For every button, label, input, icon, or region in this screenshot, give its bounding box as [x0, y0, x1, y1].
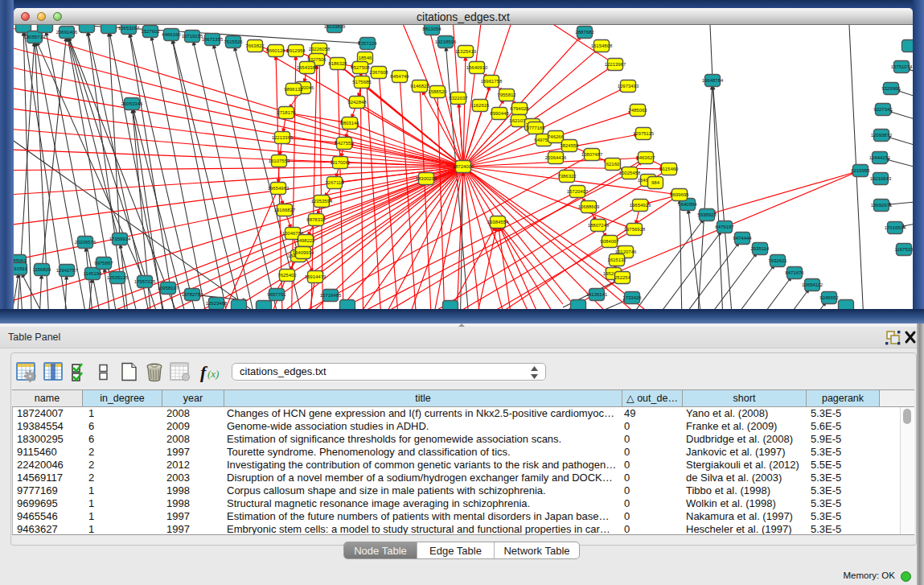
svg-text:12213967: 12213967: [605, 62, 626, 67]
svg-text:16154808: 16154808: [591, 43, 613, 48]
svg-text:10973493: 10973493: [618, 84, 639, 89]
svg-text:(x): (x): [207, 368, 219, 380]
svg-text:6479197: 6479197: [715, 225, 734, 229]
svg-text:16914479: 16914479: [305, 274, 326, 279]
svg-text:7955812: 7955812: [497, 93, 516, 97]
svg-text:6466160: 6466160: [162, 32, 181, 37]
svg-text:8427552: 8427552: [335, 141, 354, 146]
svg-text:9146821: 9146821: [410, 84, 429, 89]
svg-text:746266: 746266: [548, 134, 565, 139]
svg-text:12213369: 12213369: [272, 135, 294, 140]
svg-text:15409934: 15409934: [293, 250, 314, 255]
svg-text:16107553: 16107553: [269, 159, 290, 163]
svg-text:9242848: 9242848: [347, 100, 367, 105]
svg-text:16210643: 16210643: [870, 176, 892, 181]
svg-text:14136141: 14136141: [586, 292, 608, 297]
svg-text:18807249: 18807249: [588, 223, 610, 228]
svg-text:9463627: 9463627: [636, 155, 655, 160]
svg-text:2367608: 2367608: [369, 70, 388, 75]
svg-text:10958107: 10958107: [158, 286, 179, 290]
svg-text:8912954: 8912954: [286, 48, 306, 53]
svg-text:252254: 252254: [614, 275, 631, 280]
svg-text:20364436: 20364436: [545, 155, 567, 160]
svg-text:7663822: 7663822: [245, 43, 265, 48]
svg-text:16671355: 16671355: [202, 37, 224, 42]
svg-text:5175685: 5175685: [352, 80, 372, 84]
svg-text:19654963: 19654963: [268, 186, 290, 191]
svg-text:6794028: 6794028: [510, 106, 529, 111]
svg-text:2803144: 2803144: [340, 121, 359, 126]
svg-text:15720407: 15720407: [567, 189, 589, 194]
svg-text:1167533: 1167533: [895, 247, 913, 252]
svg-text:17016504: 17016504: [885, 225, 906, 230]
svg-text:12942757: 12942757: [56, 268, 78, 273]
svg-text:9777169: 9777169: [526, 126, 545, 130]
svg-text:9227342: 9227342: [873, 107, 893, 112]
svg-text:8878332: 8878332: [306, 217, 326, 222]
svg-text:12505135: 12505135: [107, 275, 129, 280]
svg-text:1733426: 1733426: [622, 295, 642, 300]
svg-text:19384554: 19384554: [487, 220, 509, 225]
svg-text:62160: 62160: [606, 162, 620, 167]
svg-text:7632621: 7632621: [768, 258, 787, 263]
svg-text:12093872: 12093872: [871, 133, 893, 138]
svg-text:8660124: 8660124: [266, 48, 285, 53]
svg-text:18724007: 18724007: [453, 164, 474, 169]
svg-text:20053346: 20053346: [121, 101, 143, 106]
svg-text:23226058: 23226058: [309, 47, 331, 51]
svg-text:10807487: 10807487: [581, 152, 603, 157]
svg-text:9699695: 9699695: [670, 192, 689, 197]
svg-text:9474444: 9474444: [733, 236, 752, 241]
svg-text:1527602: 1527602: [141, 29, 160, 34]
svg-text:3498222: 3498222: [296, 238, 315, 243]
svg-text:19756928: 19756928: [624, 227, 646, 232]
svg-text:1156829: 1156829: [33, 267, 52, 272]
svg-text:7515526: 7515526: [224, 39, 243, 44]
svg-text:917006: 917006: [332, 160, 349, 165]
svg-text:9896132: 9896132: [284, 87, 303, 92]
svg-text:15716485: 15716485: [320, 293, 342, 298]
svg-text:1145194: 1145194: [84, 271, 103, 276]
svg-text:12923468: 12923468: [206, 301, 228, 306]
svg-text:20691406: 20691406: [56, 30, 78, 35]
svg-text:16543382: 16543382: [297, 65, 318, 70]
svg-text:19218506: 19218506: [435, 39, 457, 44]
svg-text:8215955: 8215955: [851, 168, 870, 173]
svg-text:15751074: 15751074: [891, 64, 913, 69]
svg-text:19055713: 19055713: [24, 35, 46, 39]
svg-text:7386322: 7386322: [557, 174, 577, 179]
svg-text:1162615: 1162615: [471, 103, 491, 108]
svg-text:20206576: 20206576: [75, 240, 97, 245]
svg-text:15640910: 15640910: [466, 65, 488, 70]
svg-text:7357224: 7357224: [358, 41, 377, 46]
svg-text:11325419: 11325419: [455, 49, 477, 54]
svg-text:8471676: 8471676: [785, 270, 804, 275]
svg-text:16648784: 16648784: [702, 78, 724, 83]
svg-text:9527508: 9527508: [351, 65, 370, 70]
svg-text:2718176: 2718176: [277, 110, 296, 115]
svg-text:5938923: 5938923: [697, 212, 717, 217]
svg-text:9657791: 9657791: [267, 292, 286, 297]
svg-text:17957225: 17957225: [134, 279, 156, 284]
svg-text:18300295: 18300295: [416, 176, 437, 181]
svg-text:10025458: 10025458: [619, 171, 641, 175]
svg-text:2935114: 2935114: [751, 246, 770, 251]
svg-text:15692971: 15692971: [871, 203, 893, 208]
svg-text:9975867: 9975867: [94, 261, 113, 266]
svg-text:9329966: 9329966: [881, 86, 901, 91]
svg-text:16782759: 16782759: [182, 292, 203, 297]
svg-text:12975115: 12975115: [633, 131, 655, 136]
svg-text:1588520: 1588520: [428, 89, 447, 94]
svg-text:7485063: 7485063: [628, 108, 647, 113]
svg-text:984: 984: [651, 180, 660, 185]
svg-text:3824554: 3824554: [560, 143, 579, 148]
svg-text:19166827: 19166827: [274, 208, 296, 212]
svg-text:9115460: 9115460: [660, 167, 680, 171]
svg-text:10688609: 10688609: [578, 204, 600, 209]
svg-text:9084067: 9084067: [600, 239, 619, 244]
svg-text:9245652: 9245652: [819, 295, 839, 300]
svg-text:19654923: 19654923: [630, 203, 651, 208]
svg-text:8186328: 8186328: [328, 61, 347, 66]
svg-text:10719155: 10719155: [182, 34, 203, 39]
svg-text:3267110: 3267110: [326, 180, 345, 185]
